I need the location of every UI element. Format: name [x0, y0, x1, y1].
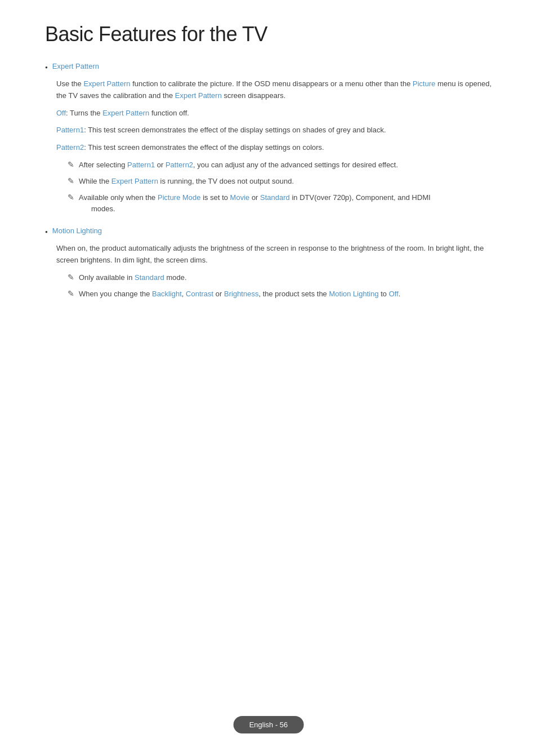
ep-movie-link: Movie [230, 193, 250, 202]
ep-running-link: Expert Pattern [111, 177, 158, 185]
expert-pattern-heading: Expert Pattern [52, 62, 99, 70]
ep-link-1: Expert Pattern [83, 79, 130, 88]
note-icon-1: ✎ [68, 160, 74, 169]
ep-note-1-text: After selecting Pattern1 or Pattern2, yo… [79, 159, 398, 171]
bullet-dot-2: ● [45, 229, 48, 234]
ml-note-2: ✎ When you change the Backlight, Contras… [68, 288, 492, 300]
ep-link-3: Expert Pattern [175, 91, 222, 100]
expert-pattern-bullet: ● Expert Pattern [45, 62, 492, 70]
ep-pattern1-para: Pattern1: This test screen demonstrates … [56, 124, 492, 136]
sections-container: ● Expert Pattern Use the Expert Pattern … [45, 62, 492, 300]
ep-note-2: ✎ While the Expert Pattern is running, t… [68, 176, 492, 188]
page-footer: English - 56 [234, 716, 304, 733]
ep-pattern2-note-link: Pattern2 [165, 161, 193, 169]
motion-lighting-bullet: ● Motion Lighting [45, 226, 492, 235]
ml-intro-para: When on, the product automatically adjus… [56, 243, 492, 266]
ep-picturemode-link: Picture Mode [158, 193, 201, 202]
ml-note-2-text: When you change the Backlight, Contrast … [79, 288, 400, 300]
ml-off-link: Off [389, 290, 399, 298]
ep-standard-link: Standard [260, 193, 290, 202]
ep-off-link: Off [56, 109, 66, 117]
motion-lighting-section: ● Motion Lighting When on, the product a… [45, 226, 492, 300]
note-icon-3: ✎ [68, 193, 74, 202]
ep-note-3-text: Available only when the Picture Mode is … [79, 192, 431, 216]
ml-backlight-link: Backlight [152, 290, 182, 298]
note-icon-2: ✎ [68, 176, 74, 185]
motion-lighting-heading: Motion Lighting [52, 226, 102, 235]
ml-motionlighting-link: Motion Lighting [329, 290, 378, 298]
note-icon-5: ✎ [68, 289, 74, 298]
ep-pattern1-link: Pattern1 [56, 126, 84, 134]
note-icon-4: ✎ [68, 273, 74, 282]
ep-pattern2-para: Pattern2: This test screen demonstrates … [56, 142, 492, 154]
ep-note-3: ✎ Available only when the Picture Mode i… [68, 192, 492, 216]
ml-standard-link: Standard [135, 273, 164, 282]
bullet-dot-1: ● [45, 65, 48, 70]
ml-note-1-text: Only available in Standard mode. [79, 272, 187, 284]
ep-off-link-2: Expert Pattern [102, 109, 149, 117]
ep-intro-para: Use the Expert Pattern function to calib… [56, 78, 492, 102]
ml-contrast-link: Contrast [186, 290, 213, 298]
ep-link-2: Picture [413, 79, 435, 88]
ep-note-1: ✎ After selecting Pattern1 or Pattern2, … [68, 159, 492, 171]
page-container: Basic Features for the TV ● Expert Patte… [0, 0, 537, 756]
ml-brightness-link: Brightness [224, 290, 258, 298]
expert-pattern-content: Use the Expert Pattern function to calib… [56, 78, 492, 215]
ep-pattern2-link: Pattern2 [56, 143, 84, 152]
motion-lighting-content: When on, the product automatically adjus… [56, 243, 492, 300]
ep-off-para: Off: Turns the Expert Pattern function o… [56, 108, 492, 119]
ep-pattern1-note-link: Pattern1 [127, 161, 155, 169]
ml-note-1: ✎ Only available in Standard mode. [68, 272, 492, 284]
page-title: Basic Features for the TV [45, 23, 492, 46]
ep-note-3-indent: modes. [91, 204, 115, 213]
ep-note-2-text: While the Expert Pattern is running, the… [79, 176, 294, 188]
expert-pattern-section: ● Expert Pattern Use the Expert Pattern … [45, 62, 492, 215]
